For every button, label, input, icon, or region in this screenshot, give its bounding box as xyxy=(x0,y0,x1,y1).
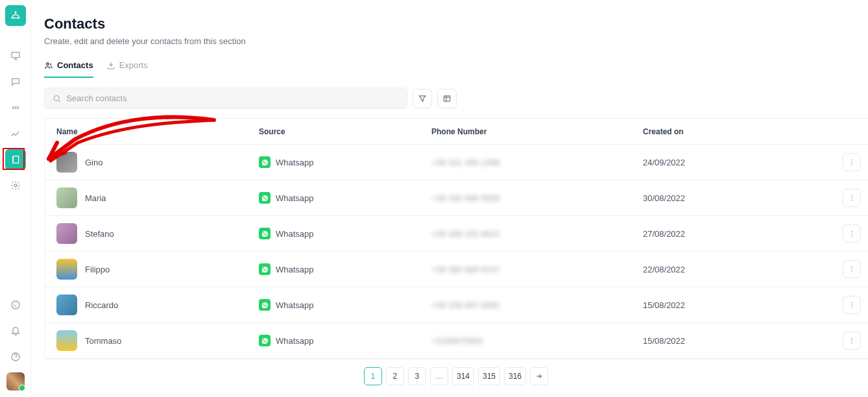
sidebar-item-analytics[interactable] xyxy=(5,123,26,144)
contact-name: Stefano xyxy=(85,229,114,239)
row-menu-button[interactable] xyxy=(843,260,861,278)
svg-point-17 xyxy=(851,233,852,234)
svg-rect-3 xyxy=(13,156,19,163)
whatsapp-icon xyxy=(10,300,21,310)
page-315[interactable]: 315 xyxy=(478,367,500,385)
contact-created: 24/09/2022 xyxy=(643,158,685,167)
page-3[interactable]: 3 xyxy=(408,367,426,385)
contact-phone: +3298970052 xyxy=(431,336,483,346)
svg-point-2 xyxy=(14,107,16,109)
contact-name: Gino xyxy=(85,158,102,167)
svg-point-15 xyxy=(851,200,852,201)
sidebar xyxy=(0,0,31,397)
col-header-source: Source xyxy=(259,127,431,136)
svg-point-12 xyxy=(851,164,852,165)
filter-icon xyxy=(418,94,427,103)
sidebar-item-dashboard[interactable] xyxy=(5,45,26,66)
page-ellipsis: ... xyxy=(430,367,448,385)
help-icon xyxy=(10,352,21,362)
contact-avatar xyxy=(56,295,77,315)
contact-phone: +39 349 232 9815 xyxy=(431,229,500,239)
filter-button[interactable] xyxy=(413,89,432,108)
page-1[interactable]: 1 xyxy=(364,367,382,385)
table-row[interactable]: Gino Whatsapp +39 331 305 1388 24/09/202… xyxy=(45,145,868,180)
whatsapp-icon xyxy=(259,192,271,204)
row-menu-button[interactable] xyxy=(843,296,861,314)
sidebar-item-broadcast[interactable] xyxy=(5,97,26,118)
app-logo[interactable] xyxy=(5,5,26,26)
svg-point-23 xyxy=(851,304,852,306)
contact-phone: +39 331 305 1388 xyxy=(431,158,500,167)
svg-rect-9 xyxy=(444,95,450,101)
toolbar xyxy=(44,88,868,109)
contact-name: Tommaso xyxy=(85,336,121,346)
dots-icon xyxy=(847,158,856,167)
tabs: Contacts Exports xyxy=(44,60,868,78)
whatsapp-icon xyxy=(259,335,271,346)
whatsapp-icon xyxy=(259,228,271,239)
page-next[interactable] xyxy=(530,367,548,385)
page-title: Contacts xyxy=(44,16,868,32)
tab-exports[interactable]: Exports xyxy=(106,60,148,78)
svg-point-20 xyxy=(851,269,852,270)
dots-icon xyxy=(847,229,856,238)
sidebar-item-chat[interactable] xyxy=(5,71,26,92)
sidebar-item-settings[interactable] xyxy=(5,175,26,196)
svg-point-14 xyxy=(851,197,852,198)
contact-created: 15/08/2022 xyxy=(643,300,685,310)
sidebar-item-contacts[interactable] xyxy=(5,149,26,170)
page-2[interactable]: 2 xyxy=(386,367,404,385)
search-input[interactable] xyxy=(66,93,399,103)
tab-contacts[interactable]: Contacts xyxy=(44,60,93,78)
page-subtitle: Create, edit and delete your contacts fr… xyxy=(44,36,868,46)
row-menu-button[interactable] xyxy=(843,331,861,350)
row-menu-button[interactable] xyxy=(843,189,861,207)
columns-button[interactable] xyxy=(437,89,457,108)
col-header-created: Created on xyxy=(643,127,835,136)
contact-created: 30/08/2022 xyxy=(643,193,685,203)
contact-avatar xyxy=(56,152,77,173)
contact-avatar xyxy=(56,259,77,280)
table-row[interactable]: Stefano Whatsapp +39 349 232 9815 27/08/… xyxy=(45,216,868,252)
contact-source: Whatsapp xyxy=(276,300,314,310)
svg-point-26 xyxy=(851,340,852,341)
row-menu-button[interactable] xyxy=(843,153,861,171)
chat-icon xyxy=(10,77,21,87)
table-header: Name Source Phone Number Created on xyxy=(45,119,868,145)
gear-icon xyxy=(10,180,21,191)
page-316[interactable]: 316 xyxy=(504,367,526,385)
sidebar-item-whatsapp[interactable] xyxy=(5,295,26,315)
sidebar-item-help[interactable] xyxy=(5,346,26,367)
svg-point-13 xyxy=(851,195,852,197)
contact-avatar xyxy=(56,330,77,351)
contact-avatar xyxy=(56,223,77,244)
dots-icon xyxy=(847,265,856,274)
export-icon xyxy=(106,61,115,70)
search-icon xyxy=(53,94,61,103)
tab-contacts-label: Contacts xyxy=(57,60,93,70)
svg-point-11 xyxy=(851,162,852,163)
contact-name: Riccardo xyxy=(85,300,118,310)
contact-created: 15/08/2022 xyxy=(643,336,685,346)
table-row[interactable]: Maria Whatsapp +39 345 586 9555 30/08/20… xyxy=(45,180,868,216)
table-row[interactable]: Riccardo Whatsapp +39 329 897 0082 15/08… xyxy=(45,287,868,323)
svg-point-8 xyxy=(54,95,59,101)
contact-name: Maria xyxy=(85,193,106,203)
contact-created: 22/08/2022 xyxy=(643,265,685,274)
table-row[interactable]: Filippo Whatsapp +39 389 989 8147 22/08/… xyxy=(45,252,868,287)
contact-created: 27/08/2022 xyxy=(643,229,685,239)
chart-icon xyxy=(10,128,21,139)
table-row[interactable]: Tommaso Whatsapp +3298970052 15/08/2022 xyxy=(45,323,868,359)
search-box[interactable] xyxy=(44,88,407,109)
whatsapp-icon xyxy=(259,263,271,275)
user-avatar[interactable] xyxy=(6,372,25,391)
bell-icon xyxy=(10,326,21,336)
sidebar-item-notifications[interactable] xyxy=(5,320,26,341)
contact-source: Whatsapp xyxy=(276,336,314,346)
cloche-icon xyxy=(10,10,21,21)
svg-point-25 xyxy=(851,338,852,339)
page-314[interactable]: 314 xyxy=(452,367,474,385)
svg-point-5 xyxy=(12,301,19,309)
svg-point-21 xyxy=(851,271,852,272)
row-menu-button[interactable] xyxy=(843,224,861,243)
